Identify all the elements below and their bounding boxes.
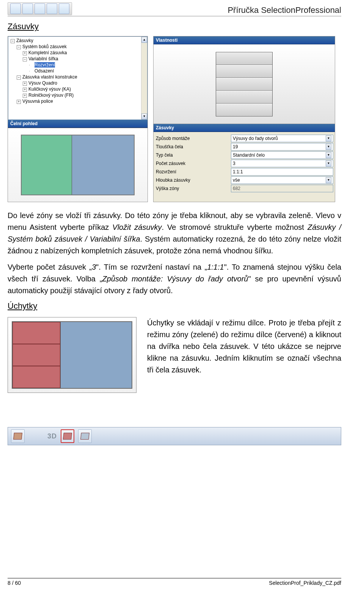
uchytky-drawers-selected[interactable]: [13, 322, 60, 388]
prop-field-montaz[interactable]: Výsuvy do řady otvorů▼: [231, 135, 333, 142]
prop-row-montaz: Způsob montáže Výsuvy do řady otvorů▼: [155, 134, 333, 143]
tree-node-system-boku[interactable]: −Systém boků zásuvek: [16, 44, 147, 50]
dropdown-icon[interactable]: ▼: [326, 160, 331, 166]
toolbar-btn-part-mode-icon[interactable]: [61, 429, 74, 443]
text-italic: Vložit zásuvky: [112, 223, 162, 231]
uchytky-preview: [8, 317, 136, 393]
prop-row-tloustka: Tloušťka čela 19▼: [155, 143, 333, 151]
header-icon-1: [10, 3, 21, 14]
prop-row-pocet: Počet zásuvek 3▼: [155, 159, 333, 168]
text: Vyberte počet zásuvek „: [8, 263, 92, 271]
tree-node-rozvrzeni[interactable]: ·Rozvržení: [28, 62, 147, 68]
tree-node-label: Kompletní zásuvka: [28, 50, 67, 55]
tree-node-vysuvna-police[interactable]: +Výsuvná police: [16, 98, 147, 104]
document-title: Příručka SelectionProfessional: [228, 5, 341, 15]
tree-node-kompletni[interactable]: +Kompletní zásuvka: [22, 50, 147, 56]
page-header: Příručka SelectionProfessional: [8, 0, 341, 16]
tree-node-rolnickovy[interactable]: +Rolničkový výsuv (FR): [22, 92, 147, 98]
prop-field-pocet[interactable]: 3▼: [231, 160, 333, 167]
preview-3d[interactable]: [154, 44, 335, 124]
properties-list: Způsob montáže Výsuvy do řady otvorů▼ Tl…: [154, 132, 335, 195]
header-icon-5: [59, 3, 69, 14]
uchytky-drawer-front: [13, 366, 60, 388]
prop-label: Způsob montáže: [155, 136, 231, 141]
dropdown-icon[interactable]: ▼: [326, 135, 331, 141]
prop-field-tloustka[interactable]: 19▼: [231, 143, 333, 151]
uchytky-drawer-front: [13, 322, 60, 344]
uchytky-row: Úchytky se vkládají v režimu dílce. Prot…: [8, 317, 341, 393]
tree-node-label: Kuličkový výsuv (KA): [28, 86, 71, 92]
prop-value: Standardní čelo: [233, 152, 265, 158]
frontview-titlebar: Čelní pohled: [8, 120, 147, 128]
prop-row-hloubka: Hloubka zásuvky vše▼: [155, 176, 333, 184]
page-number: 8 / 60: [8, 580, 21, 586]
uchytky-text-block: Úchytky se vkládají v režimu dílce. Prot…: [147, 317, 341, 380]
dropdown-icon[interactable]: ▼: [326, 144, 331, 150]
tree-node-odsazeni[interactable]: ·Odsazení: [28, 68, 147, 74]
page-footer: 8 / 60 SelectionProf_Priklady_CZ.pdf: [8, 578, 341, 586]
tree-node-variabilni[interactable]: −Variabilní šířka: [22, 56, 147, 62]
tree-node-label: Odsazení: [35, 68, 54, 74]
text-italic: 1:1:1: [207, 263, 224, 271]
text: . Ve stromové struktuře vyberte možnost: [162, 223, 308, 231]
prop-field-hloubka[interactable]: vše▼: [231, 176, 333, 184]
prop-label: Výška zóny: [155, 186, 231, 191]
toolbar-3d-label[interactable]: 3D: [47, 432, 57, 440]
preview-drawer: [216, 91, 272, 104]
zone-right[interactable]: [72, 135, 134, 195]
front-view-panel[interactable]: [8, 128, 147, 202]
prop-value: 3: [233, 161, 235, 166]
scroll-down-icon[interactable]: ▼: [141, 113, 147, 119]
dropdown-icon[interactable]: ▼: [326, 152, 331, 158]
file-name: SelectionProf_Priklady_CZ.pdf: [269, 580, 341, 586]
uchytky-door[interactable]: [60, 322, 132, 388]
tree-node-label: Systém boků zásuvek: [22, 44, 67, 49]
properties-panel: Vlastnosti Zásuvky Způsob montáže Výsuvy…: [153, 36, 335, 202]
toolbar-btn-box-icon[interactable]: [11, 429, 25, 443]
prop-label: Typ čela: [155, 152, 231, 158]
tree-node-root-label: Zásuvky: [16, 38, 33, 43]
tree-view[interactable]: −Zásuvky −Systém boků zásuvek +Kompletní…: [8, 36, 147, 120]
header-icon-4: [47, 3, 57, 14]
props-section-title: Zásuvky: [154, 124, 335, 132]
paragraph-3: Úchytky se vkládají v režimu dílce. Prot…: [147, 317, 341, 376]
text: ". Tím se rozvržení nastaví na „: [96, 263, 207, 271]
toolbar-btn-zone-mode-icon[interactable]: [78, 429, 92, 443]
front-view-cabinet: [21, 135, 135, 195]
preview-cabinet: [216, 52, 273, 116]
paragraph-2: Vyberte počet zásuvek „3". Tím se rozvrž…: [8, 261, 341, 297]
tree-node-root[interactable]: −Zásuvky: [10, 38, 147, 44]
tree-node-label: Výsuv Quadro: [28, 80, 57, 86]
scroll-up-icon[interactable]: ▲: [141, 37, 147, 43]
prop-label: Tloušťka čela: [155, 144, 231, 149]
preview-drawer: [216, 65, 272, 78]
section-title-uchytky: Úchytky: [8, 301, 341, 311]
prop-row-typ: Typ čela Standardní čelo▼: [155, 151, 333, 159]
preview-drawer: [216, 52, 272, 65]
paragraph-1: Do levé zóny se vloží tři zásuvky. Do té…: [8, 210, 341, 257]
tree-node-label-selected: Rozvržení: [35, 62, 55, 68]
tree-node-quadro[interactable]: +Výsuv Quadro: [22, 80, 147, 86]
text-italic: Způsob montáže: Výsuvy do řady otvorů: [102, 275, 248, 283]
zone-left-selected[interactable]: [22, 135, 72, 195]
section-title-zasuvky: Zásuvky: [8, 22, 341, 31]
prop-value: Výsuvy do řady otvorů: [233, 136, 278, 141]
tree-node-label: Výsuvná police: [22, 99, 53, 104]
preview-drawer: [216, 104, 272, 116]
prop-label: Rozvržení: [155, 169, 231, 174]
uchytky-cabinet: [12, 321, 132, 389]
ui-screenshot-row: −Zásuvky −Systém boků zásuvek +Kompletní…: [8, 36, 341, 202]
prop-field-typ[interactable]: Standardní čelo▼: [231, 151, 333, 159]
header-icon-2: [22, 3, 33, 14]
prop-field-rozvr[interactable]: 1:1:1: [231, 168, 333, 176]
prop-row-vyska: Výška zóny 682: [155, 184, 333, 193]
tree-scrollbar[interactable]: ▲ ▼: [141, 37, 147, 119]
dropdown-icon[interactable]: ▼: [326, 177, 331, 183]
left-panel: −Zásuvky −Systém boků zásuvek +Kompletní…: [8, 36, 148, 202]
tree-node-vlastni[interactable]: −Zásuvka vlastní konstrukce: [16, 74, 147, 80]
tree-node-kulickovy[interactable]: +Kuličkový výsuv (KA): [22, 86, 147, 92]
prop-row-rozvr: Rozvržení 1:1:1: [155, 168, 333, 176]
properties-titlebar: Vlastnosti: [154, 36, 335, 44]
text-italic: 3: [92, 263, 96, 271]
tree-node-label: Rolničkový výsuv (FR): [28, 93, 74, 98]
